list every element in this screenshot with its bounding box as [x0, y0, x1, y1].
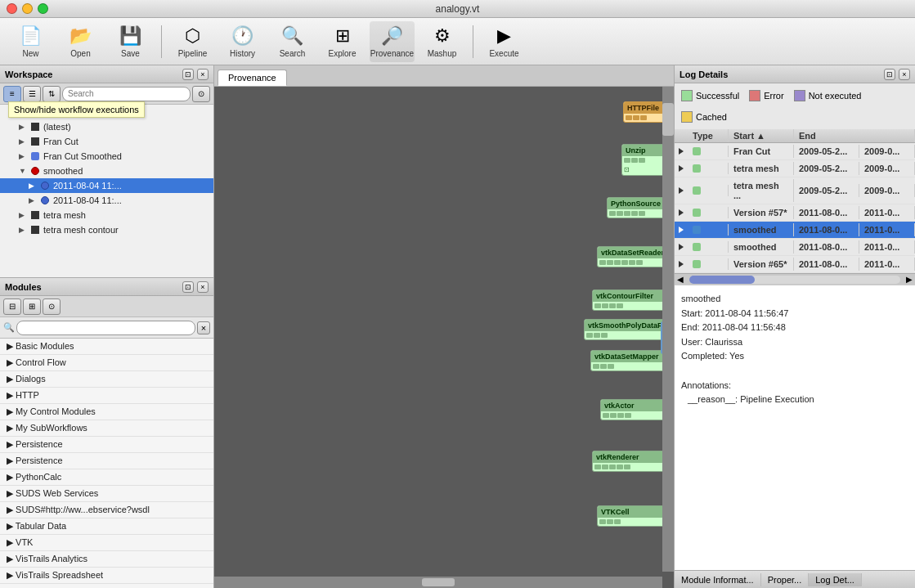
- tree-item-fran-cut-smoothed[interactable]: ▶ Fran Cut Smoothed: [0, 149, 213, 164]
- tab-log-details[interactable]: Log Det...: [809, 573, 862, 586]
- explore-button[interactable]: ⊞ Explore: [320, 21, 365, 62]
- new-button[interactable]: 📄 New: [8, 21, 53, 62]
- module-item-suds-url[interactable]: ▶ SUDS#http://ww...ebservice?wsdl: [0, 502, 213, 518]
- scroll-left-btn[interactable]: ◀: [675, 275, 686, 284]
- open-button[interactable]: 📂 Open: [58, 21, 103, 62]
- node-vtkcontourfilter[interactable]: vtkContourFilter: [592, 290, 674, 311]
- node-vtkdatasetmapper-ports: [591, 362, 674, 370]
- tree-item-tetra-mesh-contour[interactable]: ▶ tetra mesh contour: [0, 222, 213, 237]
- module-expand-tri: ▶: [7, 423, 13, 433]
- module-clear-button[interactable]: ×: [197, 321, 210, 334]
- show-executions-button[interactable]: ≡: [3, 86, 21, 102]
- workspace-settings-button[interactable]: ⊙: [192, 86, 210, 102]
- module-expand-button[interactable]: ⊞: [23, 298, 41, 315]
- row-end: 2011-0...: [859, 223, 915, 236]
- legend-cached-box: [681, 111, 693, 123]
- workspace-tree: ▼ 📁 Workflows ▶ (latest) ▶ Fran Cut: [0, 105, 213, 277]
- expand-icon: ▶: [19, 211, 27, 219]
- module-item-persistence1[interactable]: ▶ Persistence: [0, 437, 213, 453]
- status-dot: [693, 186, 701, 195]
- tree-item-latest[interactable]: ▶ (latest): [0, 119, 213, 134]
- module-item-my-sub[interactable]: ▶ My SubWorkflows: [0, 420, 213, 437]
- scroll-right-btn[interactable]: ▶: [904, 275, 915, 284]
- module-item-web[interactable]: ▶ Web Services: [0, 584, 213, 588]
- canvas-area[interactable]: HTTPFile Unzip ⊡ PythonSource: [214, 87, 674, 588]
- module-collapse-button[interactable]: ⊟: [3, 298, 21, 315]
- log-row-tetra-mesh[interactable]: tetra mesh 2009-05-2... 2009-0...: [675, 160, 915, 177]
- scroll-thumb[interactable]: [689, 276, 755, 284]
- workspace-search-input[interactable]: [62, 87, 191, 101]
- tree-item-tetra-mesh[interactable]: ▶ tetra mesh: [0, 208, 213, 222]
- tree-item-exec-1[interactable]: ▶ 2011-08-04 11:...: [0, 178, 213, 193]
- close-button[interactable]: [7, 3, 17, 14]
- tree-item-fran-cut[interactable]: ▶ Fran Cut: [0, 134, 213, 149]
- module-search-input[interactable]: [16, 321, 195, 335]
- workspace-close-button[interactable]: ×: [197, 69, 209, 80]
- module-item-vistrails-spreadsheet[interactable]: ▶ VisTrails Spreadsheet: [0, 568, 213, 584]
- tab-module-info[interactable]: Module Informat...: [675, 573, 761, 586]
- vscroll-thumb[interactable]: [662, 103, 674, 136]
- module-item-persistence2[interactable]: ▶ Persistence: [0, 453, 213, 469]
- row-end: 2009-0...: [859, 145, 915, 158]
- expand-icon: ⊞: [29, 302, 35, 311]
- detail-annotations-label: Annotations:: [681, 379, 908, 393]
- search-button[interactable]: 🔍 Search: [270, 21, 315, 62]
- log-row-fran-cut[interactable]: Fran Cut 2009-05-2... 2009-0...: [675, 143, 915, 160]
- log-row-version57[interactable]: Version #57* 2011-08-0... 2011-0...: [675, 204, 915, 222]
- legend-not-executed-label: Not executed: [809, 91, 862, 101]
- minimize-button[interactable]: [22, 3, 33, 14]
- row-start: 2011-08-0...: [794, 258, 859, 271]
- log-row-version65[interactable]: Version #65* 2011-08-0... 2011-0...: [675, 256, 915, 273]
- hscroll-thumb[interactable]: [422, 578, 455, 586]
- module-item-http[interactable]: ▶ HTTP: [0, 388, 213, 404]
- expand-icon: ▶: [19, 152, 27, 160]
- module-item-pythoncalc[interactable]: ▶ PythonCalc: [0, 469, 213, 486]
- canvas-scrollbar-vertical[interactable]: [662, 87, 674, 572]
- module-item-basic[interactable]: ▶ Basic Modules: [0, 339, 213, 355]
- maximize-button[interactable]: [38, 3, 48, 14]
- tab-properties[interactable]: Proper...: [761, 573, 810, 586]
- row-arrow: [679, 148, 684, 155]
- tree-item-exec-2[interactable]: ▶ 2011-08-04 11:...: [0, 193, 213, 208]
- modules-close-button[interactable]: ×: [197, 281, 209, 293]
- module-item-dialogs[interactable]: ▶ Dialogs: [0, 371, 213, 388]
- list-view-button[interactable]: ☰: [23, 86, 41, 102]
- status-dot: [693, 209, 701, 217]
- workspace-float-button[interactable]: ⊡: [182, 69, 194, 80]
- module-item-vistrails-analytics[interactable]: ▶ VisTrails Analytics: [0, 551, 213, 568]
- row-arrow: [679, 261, 684, 267]
- log-close-button[interactable]: ×: [899, 69, 910, 80]
- module-item-my-control[interactable]: ▶ My Control Modules: [0, 404, 213, 420]
- mashup-button[interactable]: ⚙ Mashup: [419, 21, 464, 62]
- tetra-mesh-icon: [29, 209, 41, 221]
- log-scrollbar[interactable]: ◀ ▶: [675, 273, 915, 285]
- module-item-control-flow[interactable]: ▶ Control Flow: [0, 355, 213, 371]
- expand-icon: ▶: [19, 137, 27, 146]
- module-item-vtk[interactable]: ▶ VTK: [0, 535, 213, 551]
- module-search-icon: 🔍: [3, 322, 15, 333]
- history-button[interactable]: 🕐 History: [220, 21, 265, 62]
- save-button[interactable]: 💾 Save: [108, 21, 153, 62]
- center-panel: Provenance HTTPFile Unzip ⊡: [214, 65, 674, 588]
- tree-item-smoothed[interactable]: ▼ smoothed: [0, 164, 213, 178]
- provenance-button[interactable]: 🔎 Provenance: [370, 21, 415, 62]
- log-float-button[interactable]: ⊡: [884, 69, 895, 80]
- module-pin-button[interactable]: ⊙: [43, 298, 61, 315]
- provenance-tab[interactable]: Provenance: [218, 70, 287, 86]
- modules-float-button[interactable]: ⊡: [182, 281, 194, 293]
- filter-button[interactable]: ⇅: [43, 86, 61, 102]
- execute-button[interactable]: ▶ Execute: [482, 21, 527, 62]
- pipeline-button[interactable]: ⬡ Pipeline: [170, 21, 215, 62]
- node-vtkrenderer[interactable]: vtkRenderer: [592, 451, 674, 472]
- status-dot: [693, 260, 701, 268]
- log-row-smoothed-2[interactable]: smoothed 2011-08-0... 2011-0...: [675, 239, 915, 256]
- detail-end: End: 2011-08-04 11:56:48: [681, 321, 908, 335]
- fran-cut-smoothed-icon: [29, 150, 41, 162]
- log-row-tetra-mesh-2[interactable]: tetra mesh ... 2009-05-2... 2009-0...: [675, 177, 915, 204]
- canvas-scrollbar-horizontal[interactable]: [214, 577, 662, 588]
- module-item-suds[interactable]: ▶ SUDS Web Services: [0, 486, 213, 502]
- module-item-tabular[interactable]: ▶ Tabular Data: [0, 518, 213, 535]
- row-name: Version #65*: [729, 258, 794, 271]
- log-row-smoothed-selected[interactable]: smoothed 2011-08-0... 2011-0...: [675, 222, 915, 239]
- row-indicator: [675, 187, 688, 194]
